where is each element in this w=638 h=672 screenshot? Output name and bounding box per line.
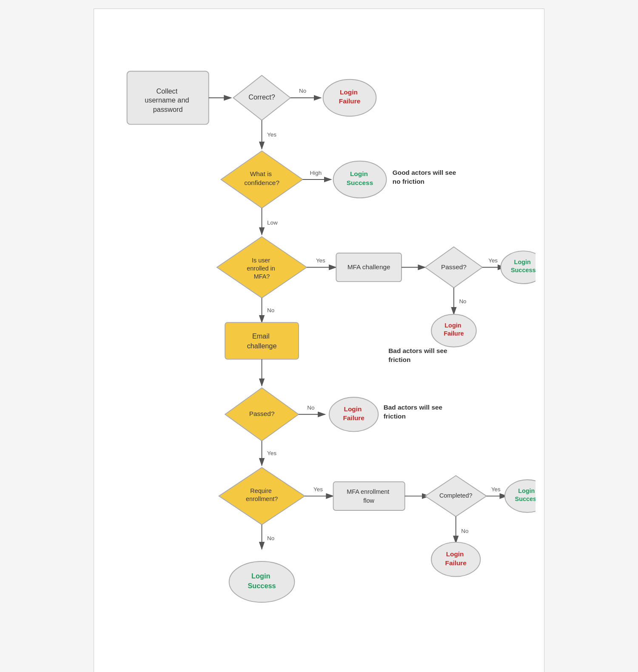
email-challenge-box [225, 322, 299, 359]
correct-text: Correct? [248, 93, 275, 101]
bad-actors-1-text: Bad actors will see friction [388, 347, 449, 363]
yes-label-3: Yes [488, 257, 498, 264]
no-label-6: No [267, 535, 274, 541]
mfa-enrollment-box [333, 482, 405, 510]
no-label-5: No [461, 528, 468, 534]
yes-label-5: Yes [313, 486, 323, 493]
diagram-container: Collect username and password Correct? N… [94, 9, 544, 672]
passed-1-text: Passed? [441, 263, 467, 271]
no-label-4: No [307, 404, 314, 411]
high-label: High [310, 170, 322, 176]
passed-2-text: Passed? [249, 410, 275, 417]
completed-text: Completed? [439, 492, 473, 499]
no-label-3: No [267, 307, 274, 313]
low-label: Low [267, 219, 278, 226]
no-label-2: No [459, 298, 466, 305]
mfa-challenge-text: MFA challenge [347, 263, 390, 271]
yes-label-1: Yes [267, 131, 276, 138]
yes-label-4: Yes [267, 450, 276, 456]
yes-label-2: Yes [316, 257, 325, 264]
bad-actors-2-text: Bad actors will see friction [384, 404, 444, 420]
yes-label-6: Yes [491, 486, 501, 493]
no-label-1: No [299, 88, 306, 94]
good-actors-text: Good actors will see no friction [393, 169, 458, 185]
